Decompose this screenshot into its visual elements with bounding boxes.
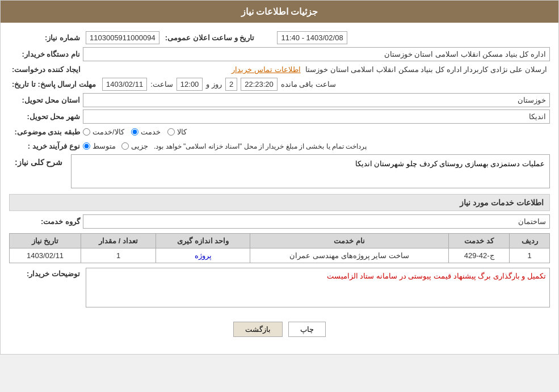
province-value: خوزستان [83,93,550,107]
deadline-time-label: ساعت: [150,80,173,88]
creator-link[interactable]: اطلاعات تماس خریدار [232,65,300,74]
deadline-row: مهلت ارسال پاسخ: تا تاریخ: 1403/02/11 سا… [9,78,550,91]
creator-label: ایجاد کننده درخواست: [9,64,83,75]
deadline-days-label: روز و [206,80,222,88]
category-row: طبقه بندی موضوعی: کالا/خدمت خدمت کالا [9,126,550,138]
description-textarea [71,154,550,188]
footer-buttons: چاپ بازگشت [9,313,550,345]
page-wrapper: جزئیات اطلاعات نیاز شماره نیاز: 11030059… [0,0,559,355]
creator-text: ارسلان علی نژادی کاربردار اداره کل بنیاد… [305,65,547,74]
cell-service-name: ساخت سایر پروژه‌های مهندسی عمران [250,248,449,263]
col-unit: واحد اندازه گیری [156,234,250,248]
process-jozii[interactable]: جزیی [121,142,148,150]
buyer-name-row: نام دستگاه خریدار: اداره کل بنیاد مسکن ا… [9,47,550,61]
col-date: تاریخ نیاز [10,234,81,248]
process-label: نوع فرآیند خرید : [9,140,83,152]
table-row: 1 ج-42-429 ساخت سایر پروژه‌های مهندسی عم… [10,248,550,263]
deadline-remaining: 22:23:20 [241,78,278,91]
province-row: استان محل تحویل: خوزستان [9,93,550,107]
deadline-remaining-label: ساعت باقی مانده [281,80,336,88]
city-label: شهر محل تحویل: [9,111,83,123]
category-label: طبقه بندی موضوعی: [9,126,83,138]
buyer-name-label: نام دستگاه خریدار: [9,48,83,60]
buyer-desc-label: توضیحات خریدار: [9,268,83,280]
description-label: شرح کلی نیاز: [9,154,68,170]
service-group-value: ساختمان [83,214,550,229]
col-service-code: کد خدمت [448,234,509,248]
cell-service-code: ج-42-429 [448,248,509,263]
deadline-date: 1403/02/11 [102,78,147,91]
announce-value: 1403/02/08 - 11:40 [277,31,347,44]
print-button[interactable]: چاپ [288,322,326,337]
buyer-name-value: اداره کل بنیاد مسکن انقلاب اسلامی استان … [83,47,550,61]
page-header: جزئیات اطلاعات نیاز [1,1,558,23]
creator-row: ایجاد کننده درخواست: ارسلان علی نژادی کا… [9,64,550,75]
category-kala-khidmat[interactable]: کالا/خدمت [83,128,124,136]
cell-unit: پروژه [156,248,250,263]
header-title: جزئیات اطلاعات نیاز [241,7,318,16]
services-section-header: اطلاعات خدمات مورد نیاز [9,194,550,211]
category-kala[interactable]: کالا [167,128,187,136]
city-value: اندیکا [83,109,550,124]
creator-value: ارسلان علی نژادی کاربردار اداره کل بنیاد… [83,64,550,75]
buyer-desc-row: توضیحات خریدار: تکمیل و بارگذاری برگ پیش… [9,268,550,307]
service-group-row: گروه خدمت: ساختمان [9,214,550,229]
cell-quantity: 1 [81,248,156,263]
category-options: کالا/خدمت خدمت کالا [83,128,187,136]
deadline-label: مهلت ارسال پاسخ: تا تاریخ: [9,78,99,90]
city-row: شهر محل تحویل: اندیکا [9,109,550,124]
announce-label: تاریخ و ساعت اعلان عمومی: [162,32,258,44]
need-number-label: شماره نیاز: [9,32,83,44]
need-number-row: شماره نیاز: 1103005911000094 تاریخ و ساع… [9,31,550,44]
main-content: شماره نیاز: 1103005911000094 تاریخ و ساع… [1,23,558,354]
category-khidmat[interactable]: خدمت [131,128,161,136]
services-table: ردیف کد خدمت نام خدمت واحد اندازه گیری ت… [9,233,550,263]
col-service-name: نام خدمت [250,234,449,248]
province-label: استان محل تحویل: [9,94,83,106]
col-row-num: ردیف [510,234,550,248]
process-note: پرداخت تمام یا بخشی از مبلغ خریدار از مح… [154,142,367,150]
back-button[interactable]: بازگشت [233,322,283,337]
description-row: شرح کلی نیاز: [9,154,550,188]
process-options: متوسط جزیی پرداخت تمام یا بخشی از مبلغ خ… [83,142,550,150]
buyer-desc-value: تکمیل و بارگذاری برگ پیشنهاد قیمت پیوستی… [86,268,550,307]
cell-row-num: 1 [510,248,550,263]
deadline-days: 2 [225,78,237,91]
process-motavasset[interactable]: متوسط [83,142,116,150]
need-number-value: 1103005911000094 [86,31,159,44]
col-quantity: تعداد / مقدار [81,234,156,248]
process-row: نوع فرآیند خرید : متوسط جزیی پرداخت تمام… [9,140,550,152]
cell-date: 1403/02/11 [10,248,81,263]
deadline-time: 12:00 [176,78,203,91]
service-group-label: گروه خدمت: [9,216,83,227]
